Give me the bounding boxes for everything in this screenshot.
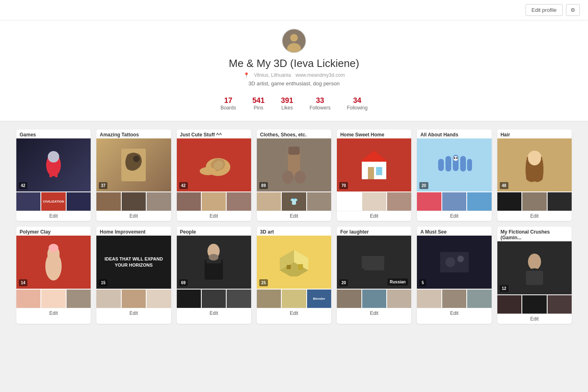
svg-point-48 [528,254,541,270]
pin-count-must-see: 5 [419,279,426,286]
board-title-people: People [177,227,251,236]
board-images-hair: 48 [497,138,572,211]
board-title-home: Home Sweet Home [337,129,411,138]
board-tattoos[interactable]: Amazing Tattoos 37 Edit [96,129,171,221]
likes-count: 391 [281,96,293,105]
svg-rect-39 [298,264,303,270]
svg-point-1 [290,34,298,42]
stat-pins[interactable]: 541 Pins [252,96,265,111]
board-images-home: 70 [337,138,411,211]
board-sub-3d: Blender [257,289,331,308]
pins-label: Pins [252,105,265,111]
board-home[interactable]: Home Sweet Home 70 Edit [337,129,411,221]
board-3d-art[interactable]: 3D art 25 Blender Edit [257,227,331,324]
profile-name: Me & My 3D (Ieva Lickiene) [0,57,588,70]
edit-must-see[interactable]: Edit [417,308,491,318]
board-laughter[interactable]: For laughter Russian 20 Edit [337,227,411,324]
edit-tattoos[interactable]: Edit [96,211,171,221]
board-polymer-clay[interactable]: Polymer Clay 14 Edit [16,227,91,324]
svg-rect-49 [526,271,543,285]
stat-likes[interactable]: 391 Likes [281,96,293,111]
edit-home[interactable]: Edit [337,211,411,221]
pin-count-home: 70 [339,182,348,189]
board-sub-must-see [417,289,491,308]
avatar [282,29,306,53]
board-hands[interactable]: All About Hands 20 [417,129,491,221]
edit-cute[interactable]: Edit [177,211,251,221]
board-title-games: Games [16,129,91,138]
pin-count-improvement: 15 [99,279,107,286]
boards-grid: Games 42 CIVILIZATION Edit Amazing Tatto… [12,121,576,332]
pin-count-laughter: 20 [339,279,348,286]
location: Vilnius, Lithuania [254,72,291,78]
board-title-cute: Just Cute Stuff ^^ [177,129,251,138]
svg-rect-5 [49,169,52,177]
board-fictional-crushes[interactable]: My Fictional Crushes (Gamin... 12 Edit [497,227,572,324]
following-count: 34 [347,96,368,105]
svg-rect-40 [287,265,291,269]
pin-count-polymer: 14 [19,279,27,286]
stats-bar: 17 Boards 541 Pins 391 Likes 33 Follower… [0,92,588,115]
svg-marker-18 [360,151,388,162]
edit-laughter[interactable]: Edit [337,308,411,318]
board-sub-cute [177,192,251,211]
top-bar: Edit profile ⚙ [0,0,588,20]
svg-rect-16 [368,167,374,179]
pin-count-cute: 42 [179,182,188,189]
board-home-improvement[interactable]: Home Improvement IDEAS THAT WILL EXPAND … [96,227,171,324]
profile-bio: 3D artist, game enthusiast, dog person [0,80,588,87]
board-title-hair: Hair [497,129,572,138]
website[interactable]: www.meandmy3d.com [296,72,345,78]
svg-rect-17 [376,167,382,175]
svg-point-31 [49,244,58,252]
board-title-must-see: A Must See [417,227,491,236]
board-images-fictional: 12 [497,241,572,314]
pin-count-fictional: 12 [500,285,508,292]
edit-fictional[interactable]: Edit [497,314,572,324]
svg-point-47 [457,256,464,262]
board-must-see[interactable]: A Must See 5 Edit [417,227,491,324]
board-images-must-see: 5 [417,236,491,308]
board-title-polymer: Polymer Clay [16,227,91,236]
settings-button[interactable]: ⚙ [566,4,580,16]
location-icon: 📍 [243,72,249,78]
likes-label: Likes [281,105,293,111]
edit-clothes[interactable]: Edit [257,211,331,221]
edit-polymer[interactable]: Edit [16,308,91,318]
edit-improvement[interactable]: Edit [96,308,171,318]
edit-games[interactable]: Edit [16,211,91,221]
board-cute-stuff[interactable]: Just Cute Stuff ^^ 42 Edit [177,129,251,221]
svg-point-8 [133,156,140,162]
board-title-improvement: Home Improvement [96,227,171,236]
board-images-3d: 25 Blender [257,236,331,308]
stat-following[interactable]: 34 Following [347,96,368,111]
board-people[interactable]: People 69 Edit [177,227,251,324]
board-images-hands: 20 [417,138,491,211]
board-images-clothes: 89 👕 [257,138,331,211]
stat-boards[interactable]: 17 Boards [220,96,236,111]
followers-label: Followers [310,105,330,111]
board-images-improvement: IDEAS THAT WILL EXPAND YOUR HORIZONS 15 [96,236,171,308]
edit-hair[interactable]: Edit [497,211,572,221]
board-title-clothes: Clothes, Shoes, etc. [257,129,331,138]
board-sub-laughter [337,289,411,308]
pins-count: 541 [252,96,265,105]
pin-count-hair: 48 [500,182,508,189]
board-sub-games: CIVILIZATION [16,192,91,211]
russian-label: Russian [388,278,408,285]
edit-3d[interactable]: Edit [257,308,331,318]
board-clothes[interactable]: Clothes, Shoes, etc. 89 👕 Edit [257,129,331,221]
board-games[interactable]: Games 42 CIVILIZATION Edit [16,129,91,221]
board-images-laughter: Russian 20 [337,236,411,308]
improvement-text: IDEAS THAT WILL EXPAND YOUR HORIZONS [99,253,168,272]
edit-profile-button[interactable]: Edit profile [526,4,563,16]
board-title-fictional: My Fictional Crushes (Gamin... [497,227,572,241]
svg-rect-43 [383,270,386,275]
stat-followers[interactable]: 33 Followers [310,96,330,111]
svg-rect-20 [445,156,451,172]
edit-people[interactable]: Edit [177,308,251,318]
board-hair[interactable]: Hair 48 Edit [497,129,572,221]
board-sub-clothes: 👕 [257,192,331,211]
following-label: Following [347,105,368,111]
edit-hands[interactable]: Edit [417,211,491,221]
